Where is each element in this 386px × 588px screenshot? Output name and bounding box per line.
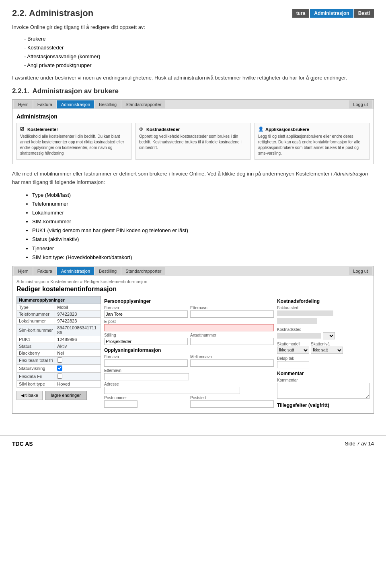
feature-list: Type (Mobil/fast) Telefonnummer Lokalnum… xyxy=(32,191,374,262)
fn-admin[interactable]: Administrasjon xyxy=(57,267,94,275)
nummeropplysninger-table: Nummeropplysninger Type Mobil Telefonnum… xyxy=(16,296,101,388)
field-value-flex-team[interactable] xyxy=(55,356,101,364)
back-button[interactable]: ◀ tilbake xyxy=(16,391,43,400)
field-value-statusvisning[interactable] xyxy=(55,364,101,372)
ansattnummer-label: Ansattnummer xyxy=(190,333,274,337)
opl-fornavn-label: Fornavn xyxy=(104,355,188,359)
cost-skattemodell-select[interactable]: Ikke satt xyxy=(277,347,309,354)
opl-poststed-input[interactable] xyxy=(190,400,274,408)
footer-page: Side 7 av 14 xyxy=(345,441,374,447)
table-row: Telefonnummer 97422823 xyxy=(17,310,101,317)
opl-adresse-input[interactable] xyxy=(104,387,240,394)
field-value-flexdata[interactable] xyxy=(55,372,101,380)
statusvisning-checkbox[interactable] xyxy=(57,365,62,371)
sn-hjem[interactable]: Hjem xyxy=(14,100,33,108)
stilling-ansatt-row: Stilling Ansattnummer xyxy=(104,333,274,345)
col-personopplysninger: Personopplysninger Fornavn Etternavn xyxy=(104,296,274,409)
person-section-title: Personopplysninger xyxy=(104,298,274,304)
sn-bestilling[interactable]: Bestilling xyxy=(95,100,121,108)
field-value-sim: 8947010086341711 86 xyxy=(55,324,101,336)
flexdata-checkbox[interactable] xyxy=(57,374,62,379)
nav-preview-admin: Administrasjon xyxy=(310,9,353,18)
opl-adresse-group: Adresse xyxy=(104,382,274,394)
form-buttons: ◀ tilbake lagre endringer xyxy=(16,391,101,400)
opl-mellomnavn-label: Mellomnavn xyxy=(190,355,274,359)
card-title-applikasjonsbrukere: 👤 Applikasjonsbrukere xyxy=(258,127,366,132)
field-value-status: Aktiv xyxy=(55,343,101,349)
fn-standardrapporter[interactable]: Standardrapporter xyxy=(121,267,165,275)
stilling-input[interactable] xyxy=(104,338,188,345)
fornavn-input[interactable] xyxy=(104,310,188,318)
field-value-simkort: Hoved xyxy=(55,380,101,387)
list-item: Type (Mobil/fast) xyxy=(32,191,374,200)
list-item: Lokalnummer xyxy=(32,208,374,217)
opl-etternavn-input[interactable] xyxy=(104,373,189,380)
cost-fakturasted-label: Fakturasted xyxy=(277,306,370,310)
ansattnummer-input[interactable] xyxy=(190,338,274,345)
form-screenshot: Hjem Faktura Administrasjon Bestilling S… xyxy=(12,266,374,414)
field-label-puk1: PUK1 xyxy=(17,336,55,343)
cost-skatteniva-select[interactable]: Ikke satt xyxy=(311,347,343,354)
field-label-blackberry: Blackberry xyxy=(17,349,55,356)
list-item: Telefonnummer xyxy=(32,200,374,208)
etternavn-group: Etternavn xyxy=(190,306,274,318)
admin-card-kostnadssteder: ⊕ Kostnadssteder Opprett og vedlikehold … xyxy=(136,123,250,160)
form-nav: Hjem Faktura Administrasjon Bestilling S… xyxy=(12,266,374,276)
list-item: Attestasjonsasvarlige (kommer) xyxy=(24,52,374,61)
cost-section-title: Kostnadsfordeling xyxy=(277,298,370,304)
fn-faktura[interactable]: Faktura xyxy=(33,267,56,275)
etternavn-input[interactable] xyxy=(190,310,274,318)
table-row: Blackberry Nei xyxy=(17,349,101,356)
admin-section-title: Administrasjon xyxy=(16,113,370,120)
epost-row: E-post xyxy=(104,319,274,331)
field-value-type: Mobil xyxy=(55,304,101,310)
field-value-puk1: 12489996 xyxy=(55,336,101,343)
cost-kommentar-textarea[interactable] xyxy=(277,383,370,399)
save-button[interactable]: lagre endringer xyxy=(45,391,87,400)
fn-bestilling[interactable]: Bestilling xyxy=(95,267,121,275)
field-value-telefonnummer: 97422823 xyxy=(55,310,101,317)
list-item: Status (aktiv/inaktiv) xyxy=(32,235,374,244)
opl-postnummer-label: Postnummer xyxy=(104,396,188,400)
cost-kommentar-field-label: Kommentar xyxy=(277,378,370,382)
field-label-simkort: SIM kort type xyxy=(17,380,55,387)
applikasjonsbrukere-icon: 👤 xyxy=(258,127,264,132)
list-item: Tjenester xyxy=(32,244,374,253)
fn-logout[interactable]: Logg ut xyxy=(349,267,372,275)
field-value-lokalnummer: 97422823 xyxy=(55,317,101,324)
card-label-applikasjonsbrukere: Applikasjonsbrukere xyxy=(265,127,309,132)
flex-team-checkbox[interactable] xyxy=(57,357,62,363)
epost-label: E-post xyxy=(104,319,274,324)
back-label: tilbake xyxy=(25,393,38,398)
opl-poststed-group: Poststed xyxy=(190,396,274,408)
sn-faktura[interactable]: Faktura xyxy=(33,100,56,108)
sn-admin[interactable]: Administrasjon xyxy=(57,100,94,108)
admin-screenshot: Hjem Faktura Administrasjon Bestilling S… xyxy=(12,99,374,164)
card-text-applikasjonsbrukere: Legg til og slett applikasjonsbrukere el… xyxy=(258,134,366,156)
opl-postnummer-group: Postnummer xyxy=(104,396,188,408)
sub-section-heading: 2.2.1. Administrasjon av brukere xyxy=(12,87,374,95)
opl-mellomnavn-input[interactable] xyxy=(190,359,274,367)
fornavn-label: Fornavn xyxy=(104,306,188,310)
form-body: Administrasjon » Kostelementer » Rediger… xyxy=(12,276,374,413)
epost-input[interactable] xyxy=(104,324,274,331)
cost-belop-input[interactable] xyxy=(277,361,309,368)
opl-etternavn-group: Etternavn xyxy=(104,368,274,380)
ansattnummer-group: Ansattnummer xyxy=(190,333,274,345)
list-item: SIM kort type: (Hoved/dobbeltkort/datako… xyxy=(32,253,374,262)
sn-logout[interactable]: Logg ut xyxy=(349,100,372,108)
breadcrumb: Administrasjon » Kostelementer » Rediger… xyxy=(16,279,370,284)
sn-standardrapporter[interactable]: Standardrapporter xyxy=(121,100,165,108)
intro-text: Invoice Online gir deg tilgang til å red… xyxy=(12,23,374,31)
fn-hjem[interactable]: Hjem xyxy=(14,267,33,275)
opplysning-title: Opplysningsinformasjon xyxy=(104,347,274,353)
opl-fornavn-input[interactable] xyxy=(104,359,188,367)
opl-postnummer-input[interactable] xyxy=(104,400,138,408)
etternavn-label: Etternavn xyxy=(190,306,274,310)
admin-card-applikasjonsbrukere: 👤 Applikasjonsbrukere Legg til og slett … xyxy=(255,123,370,160)
back-arrow-icon: ◀ xyxy=(21,393,24,398)
intro-footer: I avsnittene under beskriver vi noen av … xyxy=(12,74,374,82)
card-title-kostnadssteder: ⊕ Kostnadssteder xyxy=(139,127,247,132)
cost-kostnadssted-select[interactable] xyxy=(323,332,335,339)
stilling-group: Stilling xyxy=(104,333,188,345)
